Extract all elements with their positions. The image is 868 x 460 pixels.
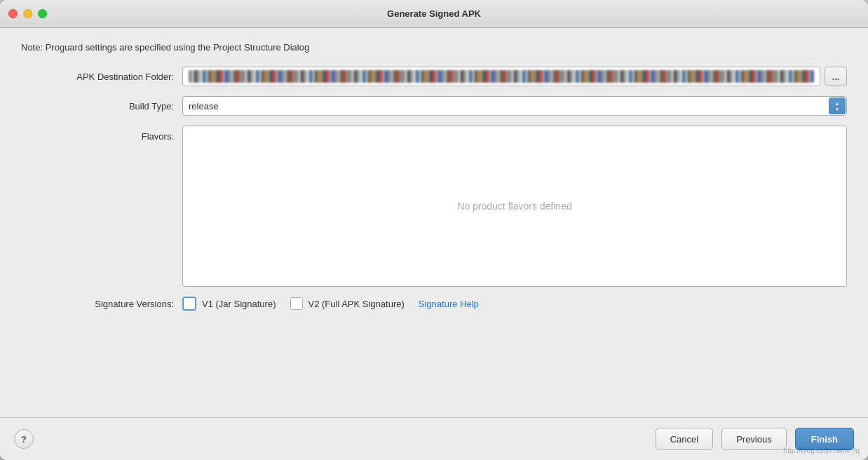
v1-option: V1 (Jar Signature)	[182, 297, 276, 311]
path-blurred-content	[189, 70, 814, 83]
browse-button[interactable]: ...	[825, 67, 847, 86]
close-button[interactable]	[8, 9, 18, 18]
minimize-button[interactable]	[23, 9, 32, 18]
flavors-row: Flavors: No product flavors defined	[21, 126, 847, 287]
flavors-input-wrapper: No product flavors defined	[182, 126, 847, 287]
apk-destination-input-wrapper: ...	[182, 67, 847, 86]
apk-destination-row: APK Destination Folder: ...	[21, 67, 847, 86]
build-type-select-wrapper: release debug	[182, 96, 847, 116]
window-title: Generate Signed APK	[387, 8, 481, 19]
previous-button[interactable]: Previous	[721, 428, 787, 450]
v2-checkbox[interactable]	[290, 297, 303, 310]
apk-destination-input[interactable]	[182, 67, 820, 86]
help-button[interactable]: ?	[14, 429, 34, 449]
build-type-label: Build Type:	[21, 101, 182, 111]
build-type-input-wrapper: release debug	[182, 96, 847, 116]
signature-help-link[interactable]: Signature Help	[419, 299, 479, 309]
watermark: http://blog.csdn.net/lv_fq	[784, 447, 860, 454]
main-window: Generate Signed APK Note: Proguard setti…	[0, 0, 868, 460]
apk-destination-label: APK Destination Folder:	[21, 72, 182, 82]
bottom-bar: ? Cancel Previous Finish	[0, 417, 868, 460]
flavors-listbox[interactable]: No product flavors defined	[182, 126, 847, 287]
maximize-button[interactable]	[38, 9, 47, 18]
traffic-lights	[8, 9, 47, 18]
signature-options: V1 (Jar Signature) V2 (Full APK Signatur…	[182, 297, 479, 311]
title-bar: Generate Signed APK	[0, 0, 868, 28]
content-area: Note: Proguard settings are specified us…	[0, 28, 868, 417]
cancel-button[interactable]: Cancel	[656, 428, 713, 450]
v2-label: V2 (Full APK Signature)	[308, 299, 405, 309]
v1-checkbox[interactable]	[182, 297, 196, 311]
v2-option: V2 (Full APK Signature)	[290, 297, 405, 310]
flavors-label: Flavors:	[21, 126, 182, 142]
flavors-empty-text: No product flavors defined	[457, 201, 571, 212]
signature-versions-input-wrapper: V1 (Jar Signature) V2 (Full APK Signatur…	[182, 297, 847, 311]
v1-label: V1 (Jar Signature)	[202, 299, 276, 309]
note-text: Note: Proguard settings are specified us…	[21, 42, 847, 53]
build-type-row: Build Type: release debug	[21, 96, 847, 116]
signature-versions-row: Signature Versions: V1 (Jar Signature) V…	[21, 297, 847, 311]
signature-versions-label: Signature Versions:	[21, 299, 182, 309]
build-type-select[interactable]: release debug	[182, 96, 847, 116]
